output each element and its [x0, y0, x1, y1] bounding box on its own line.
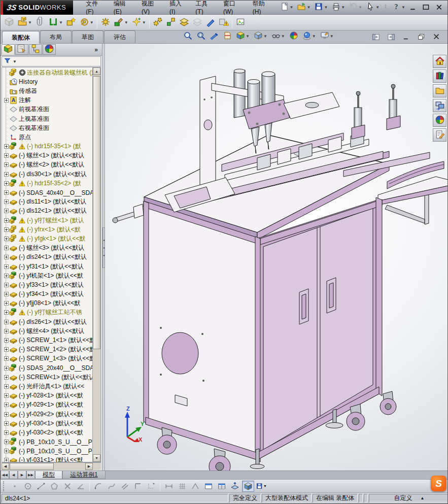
expand-toggle[interactable]	[4, 310, 9, 315]
tree-item[interactable]: 前视基准面	[2, 105, 92, 114]
sk-rect-button[interactable]	[132, 481, 144, 492]
horizontal-scroll-thumb[interactable]	[10, 463, 54, 470]
sk-x-button[interactable]	[61, 481, 74, 492]
sk-par-button[interactable]	[119, 481, 131, 492]
cabinet-left-panel[interactable]	[146, 203, 257, 460]
scroll-up-button[interactable]: ▲	[93, 68, 100, 75]
sk-grid-button[interactable]	[176, 481, 188, 492]
scroll-right-button[interactable]: ▶	[85, 463, 93, 470]
help-button[interactable]: ?▼	[390, 1, 407, 14]
dropdown-caret[interactable]: ▼	[290, 5, 294, 10]
sk-arc-button[interactable]	[92, 481, 105, 492]
component-gear-button[interactable]	[99, 15, 112, 30]
tree-item[interactable]: History	[2, 77, 92, 86]
dropdown-caret[interactable]: ▼	[375, 5, 380, 10]
measure-button[interactable]	[191, 15, 204, 30]
simulation-warning-button[interactable]	[217, 15, 230, 30]
sk-poly-button[interactable]	[48, 481, 60, 492]
insert-component-button[interactable]	[3, 15, 16, 30]
expand-toggle[interactable]	[4, 458, 9, 462]
smart-fastener-button[interactable]	[64, 15, 78, 30]
zoom-fit-button[interactable]	[182, 29, 194, 43]
sk-dot-button[interactable]	[9, 481, 21, 492]
tree-item[interactable]: (-) SCREW<1> (默认<<默认	[2, 373, 92, 382]
tree-item[interactable]: (-) yf-029<1> (默认<<默	[2, 400, 92, 410]
tree-item[interactable]: (-) 螺丝<3> (默认<<默认	[2, 244, 92, 253]
tree-item[interactable]: (-) yfrx<1> (默认<默	[2, 225, 92, 234]
expand-toggle[interactable]	[4, 449, 9, 453]
tree-item[interactable]: 上视基准面	[2, 114, 92, 123]
view-palette-button[interactable]	[433, 99, 446, 112]
tree-root-item[interactable]: 连接器自动组装螺丝机 (默	[2, 68, 92, 77]
toolbar-drag-handle[interactable]	[3, 481, 6, 491]
tree-item[interactable]: (-) yf打螺丝工站不锈	[2, 308, 92, 317]
expand-toggle[interactable]	[4, 375, 9, 380]
tree-item[interactable]: (-) PB_10x10_S_U__O__PB	[2, 438, 92, 447]
expand-toggle[interactable]	[4, 264, 9, 269]
selection-filter-button[interactable]	[382, 1, 390, 14]
custom-status-menu[interactable]: 自定义 ▲	[369, 494, 448, 502]
appearance-sphere-button[interactable]	[288, 29, 300, 43]
expand-toggle[interactable]	[4, 162, 9, 167]
tree-item[interactable]: (-) SCREW_1<2> (默认<<默	[2, 345, 92, 354]
view-settings-button[interactable]: ▼	[319, 29, 335, 43]
dropdown-caret[interactable]: ▼	[401, 5, 405, 10]
expand-toggle[interactable]	[4, 421, 9, 426]
assembly-3d-model[interactable]	[105, 44, 447, 471]
hide-show-button[interactable]: ▼	[270, 29, 287, 43]
tree-item[interactable]: (-) SDAS_20x40__O__SDAS	[2, 363, 92, 373]
insert-part-button[interactable]: ▼	[16, 15, 33, 30]
tree-item[interactable]: (-) dls12<1> (默认<<默认	[2, 207, 92, 216]
expand-toggle[interactable]	[4, 181, 9, 186]
expand-toggle[interactable]	[4, 199, 9, 204]
configurationmanager-tab[interactable]	[29, 44, 42, 55]
dropdown-caret[interactable]: ▼	[263, 34, 267, 39]
tree-horizontal-scrollbar[interactable]: ◀ ▶	[2, 462, 101, 470]
document-tab[interactable]: 运动算例1	[62, 471, 106, 479]
mate-button[interactable]: ▼	[47, 15, 64, 30]
tree-filter-bar[interactable]: ▼	[2, 56, 101, 66]
tree-item[interactable]: 原点	[2, 132, 92, 142]
doc-minimize-button[interactable]	[401, 32, 412, 41]
select-cursor-button[interactable]: ▼	[364, 1, 381, 14]
screw-feeders[interactable]	[352, 84, 400, 139]
vertical-scroll-thumb[interactable]	[93, 76, 100, 349]
new-document-button[interactable]: ▼	[279, 1, 295, 14]
image-capture-button[interactable]	[234, 15, 247, 30]
expand-toggle[interactable]	[4, 440, 9, 444]
commandmanager-tab-inactive[interactable]: 草图	[72, 30, 104, 43]
dropdown-caret[interactable]: ▼	[59, 20, 63, 25]
expand-toggle[interactable]	[4, 246, 9, 250]
dropdown-caret[interactable]: ▼	[306, 5, 311, 10]
sk-dots-button[interactable]	[145, 481, 157, 492]
document-tab[interactable]: 模型	[35, 471, 62, 479]
exploded-view-button[interactable]	[164, 15, 178, 30]
tab-nav-last-button[interactable]: ▶▶	[26, 471, 35, 479]
save-button[interactable]: ▼	[313, 1, 329, 14]
custom-properties-button[interactable]	[433, 128, 446, 142]
tree-item[interactable]: (-) 螺丝<4> (默认<<默认	[2, 326, 92, 335]
expand-toggle[interactable]	[4, 430, 9, 435]
tree-item[interactable]: A注解	[2, 96, 92, 105]
sk-angle-button[interactable]	[75, 481, 87, 492]
expand-toggle[interactable]	[4, 209, 9, 213]
expand-toggle[interactable]	[4, 329, 9, 333]
sk-cube-active-button[interactable]	[242, 481, 254, 492]
tree-item[interactable]: (-) hdr15f-35<1> (默	[2, 142, 92, 151]
view-orientation-button[interactable]: ▼	[234, 29, 251, 43]
tab-nav-first-button[interactable]: ◀◀	[1, 471, 9, 479]
pane-left-button[interactable]	[370, 32, 382, 41]
sk-angm-button[interactable]	[189, 481, 201, 492]
dropdown-caret[interactable]: ▼	[324, 5, 328, 10]
expand-toggle[interactable]	[4, 255, 9, 259]
dropdown-caret[interactable]: ▼	[90, 20, 94, 25]
tree-item[interactable]: (-) yf31<1> (默认<<默认	[2, 262, 92, 271]
filter-dropdown-caret[interactable]: ▼	[13, 59, 17, 64]
attachment-button[interactable]	[33, 15, 47, 30]
tree-item[interactable]: (-) yf-031<1> (默认<<默	[2, 456, 92, 462]
tree-item[interactable]: (-) dls30<1> (默认<<默认	[2, 170, 92, 179]
expand-toggle[interactable]	[4, 153, 9, 158]
commandmanager-tab-active[interactable]: 装配体	[2, 31, 40, 44]
doc-close-button[interactable]	[431, 32, 442, 41]
zoom-area-button[interactable]	[195, 29, 207, 43]
